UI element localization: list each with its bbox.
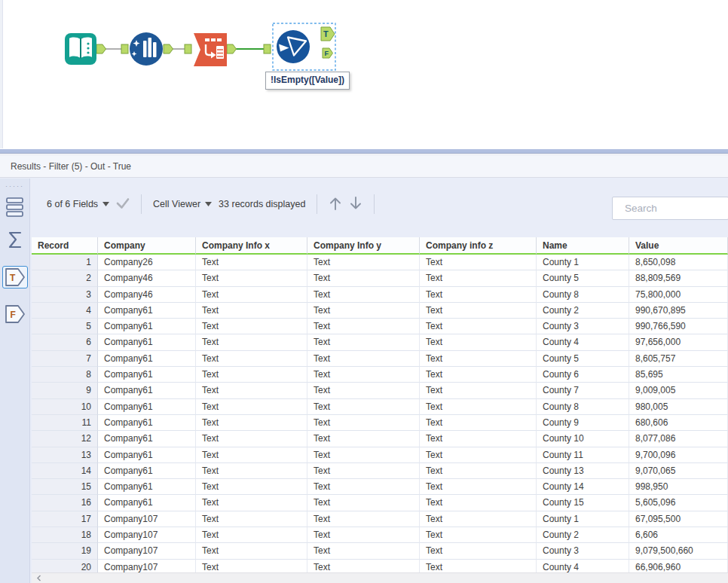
data-cell[interactable]: 75,800,000 [629, 287, 728, 303]
data-cell[interactable]: Text [420, 479, 537, 495]
data-cell[interactable]: Company61 [98, 319, 196, 334]
data-cell[interactable]: Text [420, 383, 537, 398]
data-cell[interactable]: Company61 [98, 479, 196, 495]
data-cell[interactable]: Text [196, 383, 307, 398]
record-number-cell[interactable]: 10 [32, 399, 98, 415]
data-cell[interactable]: Text [420, 415, 537, 431]
table-row[interactable]: 7Company61TextTextTextCounty 58,605,757 [32, 351, 728, 367]
data-cell[interactable]: Text [420, 399, 537, 415]
data-cell[interactable]: 990,766,590 [629, 319, 728, 334]
output-anchor[interactable] [164, 44, 173, 53]
data-cell[interactable]: Company46 [98, 287, 196, 303]
data-cell[interactable]: Text [307, 270, 420, 286]
column-header[interactable]: Company [98, 237, 196, 255]
data-cell[interactable]: County 10 [537, 431, 629, 447]
table-row[interactable]: 12Company61TextTextTextCounty 108,077,08… [32, 431, 728, 447]
data-cell[interactable]: Text [196, 415, 307, 431]
data-cell[interactable]: 8,650,098 [629, 255, 728, 270]
record-number-cell[interactable]: 14 [32, 463, 98, 479]
table-row[interactable]: 6Company61TextTextTextCounty 497,656,000 [32, 334, 728, 350]
data-cell[interactable]: Text [196, 463, 307, 479]
scroll-up-button[interactable] [329, 196, 342, 213]
data-cell[interactable]: Company61 [98, 399, 196, 415]
data-cell[interactable]: Company107 [98, 543, 196, 559]
data-cell[interactable]: 97,656,000 [629, 334, 728, 350]
data-cell[interactable]: Company61 [98, 415, 196, 431]
data-cell[interactable]: 990,670,895 [629, 303, 728, 319]
data-cell[interactable]: Text [307, 367, 420, 383]
column-header[interactable]: Company Info y [307, 237, 420, 255]
record-number-cell[interactable]: 17 [32, 511, 98, 527]
data-cell[interactable]: Text [420, 447, 537, 463]
data-cell[interactable]: Company61 [98, 367, 196, 383]
data-cell[interactable]: Text [420, 303, 537, 319]
data-cell[interactable]: Text [196, 270, 307, 286]
data-cell[interactable]: Text [196, 447, 307, 463]
data-cell[interactable]: County 14 [537, 479, 629, 495]
record-number-cell[interactable]: 2 [32, 270, 98, 286]
record-number-cell[interactable]: 18 [32, 527, 98, 543]
record-number-cell[interactable]: 20 [32, 560, 98, 572]
record-number-cell[interactable]: 8 [32, 367, 98, 383]
data-cell[interactable]: County 2 [537, 527, 629, 543]
data-cell[interactable]: County 13 [537, 463, 629, 479]
data-cell[interactable]: Company61 [98, 431, 196, 447]
table-row[interactable]: 3Company46TextTextTextCounty 875,800,000 [32, 287, 728, 303]
data-cell[interactable]: Text [196, 334, 307, 350]
data-cell[interactable]: Text [307, 543, 420, 559]
record-number-cell[interactable]: 15 [32, 479, 98, 495]
table-row[interactable]: 14Company61TextTextTextCounty 139,070,06… [32, 463, 728, 479]
true-output-anchor[interactable]: T [321, 27, 335, 41]
table-row[interactable]: 16Company61TextTextTextCounty 155,605,09… [32, 495, 728, 511]
data-cell[interactable]: 9,079,500,660 [629, 543, 728, 559]
data-cell[interactable]: Text [420, 431, 537, 447]
table-row[interactable]: 2Company46TextTextTextCounty 588,809,569 [32, 270, 728, 286]
true-anchor-button[interactable]: T [3, 266, 27, 288]
search-input[interactable] [623, 202, 728, 215]
data-cell[interactable]: Text [307, 463, 420, 479]
record-number-cell[interactable]: 4 [32, 303, 98, 319]
data-cell[interactable]: 88,809,569 [629, 270, 728, 286]
data-cell[interactable]: 8,077,086 [629, 431, 728, 447]
data-cell[interactable]: County 1 [537, 511, 629, 527]
search-box[interactable] [612, 197, 728, 220]
data-cell[interactable]: Text [196, 527, 307, 543]
data-cell[interactable]: County 3 [537, 543, 629, 559]
data-cell[interactable]: Text [307, 319, 420, 334]
data-cell[interactable]: County 8 [537, 399, 629, 415]
data-cell[interactable]: Text [420, 511, 537, 527]
data-cell[interactable]: Text [196, 303, 307, 319]
data-cell[interactable]: County 5 [537, 351, 629, 367]
table-row[interactable]: 4Company61TextTextTextCounty 2990,670,89… [32, 303, 728, 319]
data-cell[interactable]: Text [307, 383, 420, 398]
data-cell[interactable]: 67,095,500 [629, 511, 728, 527]
data-cell[interactable]: 680,606 [629, 415, 728, 431]
data-cell[interactable]: 9,009,005 [629, 383, 728, 398]
record-number-cell[interactable]: 5 [32, 319, 98, 334]
record-number-cell[interactable]: 19 [32, 543, 98, 559]
data-cell[interactable]: County 11 [537, 447, 629, 463]
data-cell[interactable]: Company61 [98, 495, 196, 511]
data-cell[interactable]: Company26 [98, 255, 196, 270]
data-cell[interactable]: Company61 [98, 303, 196, 319]
data-cell[interactable]: 6,606 [629, 527, 728, 543]
data-cell[interactable]: County 9 [537, 415, 629, 431]
data-cell[interactable]: Company46 [98, 270, 196, 286]
record-number-cell[interactable]: 12 [32, 431, 98, 447]
data-cell[interactable]: County 15 [537, 495, 629, 511]
record-number-cell[interactable]: 16 [32, 495, 98, 511]
input-data-tool[interactable] [65, 33, 96, 65]
data-cell[interactable]: Company107 [98, 527, 196, 543]
data-cell[interactable]: County 6 [537, 367, 629, 383]
output-anchor[interactable] [96, 44, 106, 53]
data-cell[interactable]: Text [420, 334, 537, 350]
data-cell[interactable]: Text [307, 431, 420, 447]
data-cell[interactable]: Text [307, 560, 420, 572]
data-cell[interactable]: Company61 [98, 463, 196, 479]
drag-handle[interactable]: ····· [0, 183, 29, 189]
data-cell[interactable]: Text [307, 255, 420, 270]
data-cell[interactable]: Text [196, 560, 307, 572]
filter-tool[interactable] [277, 30, 310, 63]
input-anchor-button[interactable] [3, 230, 27, 250]
table-row[interactable]: 9Company61TextTextTextCounty 79,009,005 [32, 383, 728, 398]
